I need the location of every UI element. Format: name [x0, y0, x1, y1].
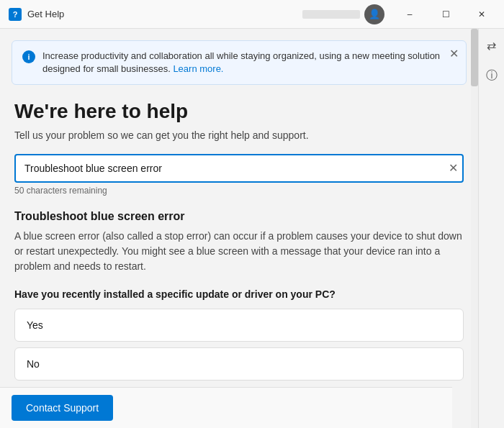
- page-title: We're here to help: [14, 99, 464, 124]
- footer-bar: Contact Support: [0, 387, 452, 428]
- main-layout: i Increase productivity and collaboratio…: [0, 29, 504, 428]
- banner-text: Increase productivity and collaboration …: [42, 50, 456, 76]
- content-area: i Increase productivity and collaboratio…: [0, 29, 478, 428]
- info-icon-button[interactable]: ⓘ: [481, 65, 503, 86]
- info-circle-icon: ⓘ: [486, 68, 498, 83]
- banner-learn-more-link[interactable]: Learn more.: [173, 63, 223, 74]
- avatar: 👤: [364, 4, 384, 24]
- titlebar-left: ? Get Help: [9, 8, 64, 21]
- result-description: A blue screen error (also called a stop …: [14, 229, 464, 274]
- restore-button[interactable]: ☐: [429, 0, 462, 29]
- search-input[interactable]: [14, 154, 464, 183]
- scrollbar-track[interactable]: [471, 29, 478, 428]
- titlebar: ? Get Help 👤 – ☐ ✕: [0, 0, 504, 29]
- share-icon: ⇄: [487, 39, 496, 53]
- page-body: We're here to help Tell us your problem …: [0, 85, 478, 428]
- right-sidebar: ⇄ ⓘ: [478, 29, 504, 428]
- char-count: 50 characters remaining: [14, 186, 464, 196]
- scroll-content[interactable]: i Increase productivity and collaboratio…: [0, 29, 478, 428]
- user-name: [302, 10, 360, 19]
- contact-support-button[interactable]: Contact Support: [12, 395, 113, 421]
- app-icon: ?: [9, 8, 22, 21]
- app-title: Get Help: [27, 9, 64, 19]
- search-wrapper: ✕: [14, 154, 464, 183]
- minimize-button[interactable]: –: [393, 0, 426, 29]
- page-subtitle: Tell us your problem so we can get you t…: [14, 129, 464, 141]
- info-banner: i Increase productivity and collaboratio…: [12, 40, 467, 85]
- banner-close-button[interactable]: ✕: [449, 48, 459, 60]
- scrollbar-thumb[interactable]: [471, 29, 478, 86]
- search-clear-button[interactable]: ✕: [449, 163, 458, 174]
- option-no-button[interactable]: No: [14, 347, 464, 381]
- result-title: Troubleshoot blue screen error: [14, 210, 464, 223]
- info-icon: i: [22, 50, 35, 63]
- close-button[interactable]: ✕: [465, 0, 498, 29]
- titlebar-right: 👤 – ☐ ✕: [302, 0, 498, 29]
- result-question: Have you recently installed a specific u…: [14, 288, 464, 300]
- share-icon-button[interactable]: ⇄: [481, 35, 503, 56]
- result-card: Troubleshoot blue screen error A blue sc…: [14, 210, 464, 386]
- user-info: 👤: [302, 4, 384, 24]
- option-yes-button[interactable]: Yes: [14, 309, 464, 342]
